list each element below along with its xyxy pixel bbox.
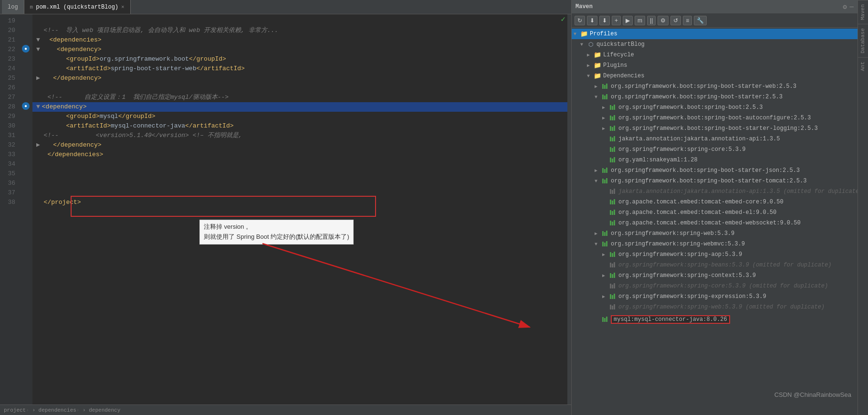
dep-sw-arrow[interactable]: [595, 231, 601, 236]
tree-profiles[interactable]: 📁 Profiles: [572, 29, 858, 39]
tree-dep-sctx[interactable]: org.springframework:spring-context:5.3.9: [572, 270, 858, 281]
code-area[interactable]: <!-- 导入 web 项目场景启动器, 会自动导入和 web 开发相关依赖, …: [32, 14, 567, 404]
dep-sbs-icon: [601, 93, 609, 101]
fold-21[interactable]: ▼: [36, 35, 40, 45]
tree-dep-sb[interactable]: org.springframework.boot:spring-boot:2.5…: [572, 102, 858, 113]
tab-log[interactable]: log: [2, 0, 24, 14]
tree-dep-sbs[interactable]: org.springframework.boot:spring-boot-sta…: [572, 92, 858, 102]
toolbar-download-btn[interactable]: ⬇: [587, 16, 597, 25]
dep-sbs-arrow[interactable]: [595, 95, 601, 100]
tree-dep-mysql[interactable]: mysql:mysql-connector-java:8.0.26: [572, 314, 858, 325]
tree-dep-sbsj[interactable]: org.springframework.boot:spring-boot-sta…: [572, 165, 858, 176]
toolbar-m-btn[interactable]: m: [635, 16, 645, 25]
dep-sbeans-dup-icon: [609, 261, 617, 269]
dep-mysql-label: mysql:mysql-connector-java:8.0.26: [611, 315, 730, 324]
tree-dep-sy[interactable]: org.yaml:snakeyaml:1.28: [572, 155, 858, 165]
tab-bar: log m pom.xml (quickstartBlog) ×: [0, 0, 571, 14]
tree-dependencies[interactable]: 📁 Dependencies: [572, 71, 858, 81]
toolbar-add-btn[interactable]: +: [612, 16, 621, 25]
dep-sbsw-arrow[interactable]: [595, 84, 601, 89]
svg-rect-20: [614, 147, 615, 152]
comment-31: <!-- <version>5.1.49</version> <!– 不指明就是…: [36, 131, 242, 140]
dep-sexp-label: org.springframework:spring-expression:5.…: [618, 293, 766, 300]
dep-tec-icon: [609, 198, 617, 206]
dep-sbsl-icon: [609, 125, 617, 132]
dep-sbac-arrow[interactable]: [602, 115, 609, 121]
side-tab-maven[interactable]: Maven: [858, 0, 868, 24]
tree-dep-sbeans-dup[interactable]: org.springframework:spring-beans:5.3.9 (…: [572, 260, 858, 270]
toolbar-run-btn[interactable]: ▶: [623, 16, 633, 25]
fold-28[interactable]: ▼: [36, 102, 40, 112]
svg-rect-2: [606, 84, 607, 89]
svg-rect-63: [610, 305, 611, 309]
dep-sbst-arrow[interactable]: [595, 179, 601, 184]
gutter-icon-line22: ●: [22, 45, 30, 53]
side-tabs: Maven Database Ant: [858, 0, 868, 415]
dep-sbsl-arrow[interactable]: [602, 126, 609, 131]
code-23: <groupId>org.springframework.boot</group…: [36, 54, 226, 64]
tree-dep-jakarta[interactable]: jakarta.annotation:jakarta.annotation-ap…: [572, 134, 858, 144]
dep-sbsj-label: org.springframework.boot:spring-boot-sta…: [611, 167, 800, 174]
dependencies-arrow[interactable]: [587, 74, 594, 79]
tree-dep-sbac[interactable]: org.springframework.boot:spring-boot-aut…: [572, 113, 858, 123]
tree-dep-jakarta-dup[interactable]: jakarta.annotation:jakarta.annotation-ap…: [572, 186, 858, 197]
side-tab-database[interactable]: Database: [858, 24, 868, 57]
toolbar-list-btn[interactable]: ≡: [683, 16, 692, 25]
fold-25[interactable]: ▶: [36, 74, 40, 83]
svg-rect-26: [606, 168, 607, 173]
dep-sw-dup-icon: [609, 303, 617, 311]
tab-pom[interactable]: m pom.xml (quickstartBlog) ×: [24, 0, 131, 14]
tree-dep-tews[interactable]: org.apache.tomcat.embed:tomcat-embed-web…: [572, 218, 858, 228]
tree-dep-teel[interactable]: org.apache.tomcat.embed:tomcat-embed-el:…: [572, 207, 858, 218]
tree-dep-sbsw[interactable]: org.springframework.boot:spring-boot-sta…: [572, 81, 858, 92]
toolbar-refresh2-btn[interactable]: ↺: [670, 16, 681, 25]
tree-lifecycle[interactable]: 📁 Lifecycle: [572, 50, 858, 60]
tree-quickstartblog[interactable]: ⬡ quickstartBlog: [572, 39, 858, 50]
tree-dep-score-dup[interactable]: org.springframework:spring-core:5.3.9 (o…: [572, 281, 858, 291]
toolbar-tools-btn[interactable]: 🔧: [694, 16, 707, 25]
toolbar-pause-btn[interactable]: ||: [647, 16, 656, 25]
code-30: <artifactId>mysql-connector-java</artifa…: [36, 121, 234, 131]
svg-rect-59: [614, 283, 615, 288]
profiles-folder-icon: 📁: [580, 30, 588, 38]
code-line-38: </project>: [32, 198, 567, 207]
tree-dep-sbsl[interactable]: org.springframework.boot:spring-boot-sta…: [572, 123, 858, 134]
dep-sctx-arrow[interactable]: [602, 273, 609, 278]
tree-dep-swmvc[interactable]: org.springframework:spring-webmvc:5.3.9: [572, 239, 858, 249]
tree-dep-sw[interactable]: org.springframework:spring-web:5.3.9: [572, 228, 858, 239]
dep-sbsj-arrow[interactable]: [595, 168, 601, 173]
profiles-arrow[interactable]: [574, 32, 580, 37]
tree-dep-sw-dup[interactable]: org.springframework:spring-web:5.3.9 (om…: [572, 302, 858, 312]
maven-tree[interactable]: 📁 Profiles ⬡ quickstartBlog 📁 Lifecycle …: [572, 28, 858, 415]
fold-32[interactable]: ▶: [36, 140, 40, 150]
fold-22[interactable]: ▼: [36, 45, 40, 54]
svg-rect-38: [614, 210, 615, 215]
tree-dep-sexp[interactable]: org.springframework:spring-expression:5.…: [572, 291, 858, 302]
editor-scrollbar[interactable]: [567, 14, 571, 404]
dep-tec-label: org.apache.tomcat.embed:tomcat-embed-cor…: [618, 199, 784, 205]
svg-rect-17: [614, 136, 615, 141]
code-line-19: [32, 16, 567, 26]
toolbar-download2-btn[interactable]: ⬇: [599, 16, 610, 25]
dep-jakarta-label: jakarta.annotation:jakarta.annotation-ap…: [618, 136, 780, 142]
toolbar-refresh-btn[interactable]: ↻: [575, 16, 585, 25]
tree-plugins[interactable]: 📁 Plugins: [572, 60, 858, 71]
quickstartblog-arrow[interactable]: [580, 42, 587, 47]
maven-settings-icon[interactable]: ⚙: [843, 3, 847, 11]
lifecycle-arrow[interactable]: [587, 52, 594, 58]
tree-dep-sbst[interactable]: org.springframework.boot:spring-boot-sta…: [572, 176, 858, 186]
dep-swmvc-arrow[interactable]: [595, 242, 601, 247]
svg-rect-28: [604, 180, 606, 183]
tree-dep-sc[interactable]: org.springframework:spring-core:5.3.9: [572, 144, 858, 155]
tab-pom-label: pom.xml (quickstartBlog): [36, 4, 118, 11]
tab-close-button[interactable]: ×: [121, 4, 125, 10]
dep-saop-arrow[interactable]: [602, 252, 609, 257]
tree-dep-saop[interactable]: org.springframework:spring-aop:5.3.9: [572, 249, 858, 260]
tree-dep-tec[interactable]: org.apache.tomcat.embed:tomcat-embed-cor…: [572, 197, 858, 207]
toolbar-gear-btn[interactable]: ⚙: [658, 16, 669, 25]
dep-sb-arrow[interactable]: [602, 105, 609, 110]
side-tab-ant[interactable]: Ant: [858, 57, 868, 75]
plugins-arrow[interactable]: [587, 63, 594, 68]
dep-sexp-arrow[interactable]: [602, 294, 609, 299]
maven-minimize-icon[interactable]: —: [850, 3, 854, 11]
